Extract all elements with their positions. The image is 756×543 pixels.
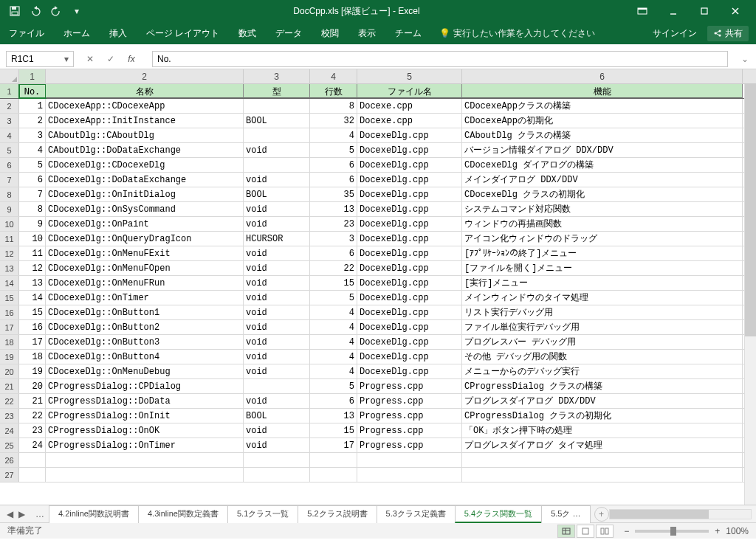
zoom-in-button[interactable]: +: [715, 526, 720, 536]
cell[interactable]: DocexeDlg.cpp: [357, 217, 462, 231]
col-header-5[interactable]: 5: [357, 69, 462, 83]
sheet-nav-next[interactable]: ▶: [16, 509, 27, 519]
cell[interactable]: 8: [310, 99, 357, 113]
cell[interactable]: [ファイルを開く]メニュー: [462, 261, 743, 275]
cell[interactable]: DocexeDlg.cpp: [357, 320, 462, 334]
cell[interactable]: DocexeDlg.cpp: [357, 305, 462, 319]
cell[interactable]: CProgressDialog::OnInit: [46, 409, 244, 423]
col-header-1[interactable]: 1: [19, 69, 46, 83]
row-header[interactable]: 15: [0, 291, 19, 305]
cell[interactable]: void: [244, 350, 310, 364]
row-header[interactable]: 1: [0, 84, 19, 98]
cell[interactable]: [ｱﾌﾟﾘｹｰｼｮﾝの終了]メニュー: [462, 246, 743, 260]
cell[interactable]: DocexeDlg.cpp: [357, 232, 462, 246]
close-button[interactable]: [721, 1, 750, 21]
cell[interactable]: 13: [19, 276, 46, 290]
cell[interactable]: CDocexeDlg::OnButton2: [46, 320, 244, 334]
cell[interactable]: BOOL: [244, 409, 310, 423]
cell[interactable]: CDocexeAppクラスの構築: [462, 99, 743, 113]
cell[interactable]: DocexeDlg.cpp: [357, 187, 462, 201]
cell[interactable]: CAboutDlg クラスの構築: [462, 128, 743, 142]
cell[interactable]: CProgressDialog::OnTimer: [46, 438, 244, 452]
horizontal-scrollbar[interactable]: [609, 509, 752, 519]
cell[interactable]: DocexeDlg.cpp: [357, 246, 462, 260]
sheet-tab[interactable]: 5.5ク …: [541, 505, 590, 523]
cell[interactable]: 23: [19, 423, 46, 437]
cell[interactable]: 2: [19, 114, 46, 128]
cell[interactable]: 24: [19, 438, 46, 452]
tab-insert[interactable]: 挿入: [108, 23, 128, 44]
cell[interactable]: Progress.cpp: [357, 423, 462, 437]
cell[interactable]: [244, 468, 310, 482]
cell[interactable]: [357, 453, 462, 467]
cell[interactable]: DocexeDlg.cpp: [357, 350, 462, 364]
cell[interactable]: 6: [310, 158, 357, 172]
cell[interactable]: 3: [19, 128, 46, 142]
cell[interactable]: 「OK」ボタン押下時の処理: [462, 423, 743, 437]
row-header[interactable]: 2: [0, 99, 19, 113]
row-header[interactable]: 17: [0, 320, 19, 334]
cell[interactable]: 3: [310, 232, 357, 246]
cell[interactable]: CProgressDialog::CPDialog: [46, 379, 244, 393]
redo-button[interactable]: [47, 2, 65, 20]
cell[interactable]: [19, 468, 46, 482]
cell[interactable]: 17: [19, 335, 46, 349]
col-header-2[interactable]: 2: [46, 69, 244, 83]
cell[interactable]: CProgressDialog クラスの初期化: [462, 409, 743, 423]
cell[interactable]: [244, 379, 310, 393]
cell[interactable]: DocexeDlg.cpp: [357, 173, 462, 187]
row-header[interactable]: 8: [0, 187, 19, 201]
cell[interactable]: 12: [19, 261, 46, 275]
cell[interactable]: CProgressDialog::DoData: [46, 394, 244, 408]
cell[interactable]: 5: [310, 143, 357, 157]
cell[interactable]: void: [244, 261, 310, 275]
cell[interactable]: 4: [310, 364, 357, 378]
cell[interactable]: CDocexeApp::InitInstance: [46, 114, 244, 128]
row-header[interactable]: 18: [0, 335, 19, 349]
cell[interactable]: 14: [19, 291, 46, 305]
cell[interactable]: プログレスダイアログ DDX/DDV: [462, 394, 743, 408]
cell[interactable]: CDocexeDlg::OnPaint: [46, 217, 244, 231]
cell[interactable]: BOOL: [244, 114, 310, 128]
cell[interactable]: 32: [310, 114, 357, 128]
cell[interactable]: DocexeDlg.cpp: [357, 128, 462, 142]
cell[interactable]: 6: [310, 394, 357, 408]
cell[interactable]: 行数: [310, 84, 357, 98]
cell[interactable]: DocexeDlg.cpp: [357, 364, 462, 378]
cell[interactable]: 4: [310, 320, 357, 334]
row-header[interactable]: 25: [0, 438, 19, 452]
cell[interactable]: [46, 453, 244, 467]
cell[interactable]: CDocexeDlg::OnButton4: [46, 350, 244, 364]
cell[interactable]: DocexeDlg.cpp: [357, 335, 462, 349]
cell[interactable]: 6: [310, 246, 357, 260]
cell[interactable]: 20: [19, 379, 46, 393]
cell[interactable]: [実行]メニュー: [462, 276, 743, 290]
cell[interactable]: No.: [19, 84, 46, 98]
cell[interactable]: CDocexeDlg::OnButton3: [46, 335, 244, 349]
cell[interactable]: void: [244, 305, 310, 319]
sheet-tab[interactable]: 5.3クラス定義書: [377, 505, 456, 523]
cell[interactable]: Docexe.cpp: [357, 114, 462, 128]
vertical-scrollbar[interactable]: [744, 84, 756, 505]
tab-home[interactable]: ホーム: [62, 23, 92, 44]
cell[interactable]: CDocexeDlg::OnMenuDebug: [46, 364, 244, 378]
row-header[interactable]: 16: [0, 305, 19, 319]
cell[interactable]: プログレスダイアログ タイマ処理: [462, 438, 743, 452]
cell[interactable]: DocexeDlg.cpp: [357, 291, 462, 305]
cell[interactable]: void: [244, 246, 310, 260]
cell[interactable]: リスト実行デバッグ用: [462, 305, 743, 319]
cell[interactable]: CDocexeDlg::OnSysCommand: [46, 202, 244, 216]
cell[interactable]: HCURSOR: [244, 232, 310, 246]
cell[interactable]: DocexeDlg.cpp: [357, 202, 462, 216]
row-header[interactable]: 5: [0, 143, 19, 157]
cell[interactable]: メインダイアログ DDX/DDV: [462, 173, 743, 187]
row-header[interactable]: 14: [0, 276, 19, 290]
cell[interactable]: Progress.cpp: [357, 379, 462, 393]
cell[interactable]: CDocexeDlg::OnMenuFExit: [46, 246, 244, 260]
cell[interactable]: DocexeDlg.cpp: [357, 158, 462, 172]
cell[interactable]: 17: [310, 438, 357, 452]
cell[interactable]: void: [244, 173, 310, 187]
cell[interactable]: void: [244, 335, 310, 349]
cell[interactable]: その他 デバッグ用の関数: [462, 350, 743, 364]
row-header[interactable]: 6: [0, 158, 19, 172]
